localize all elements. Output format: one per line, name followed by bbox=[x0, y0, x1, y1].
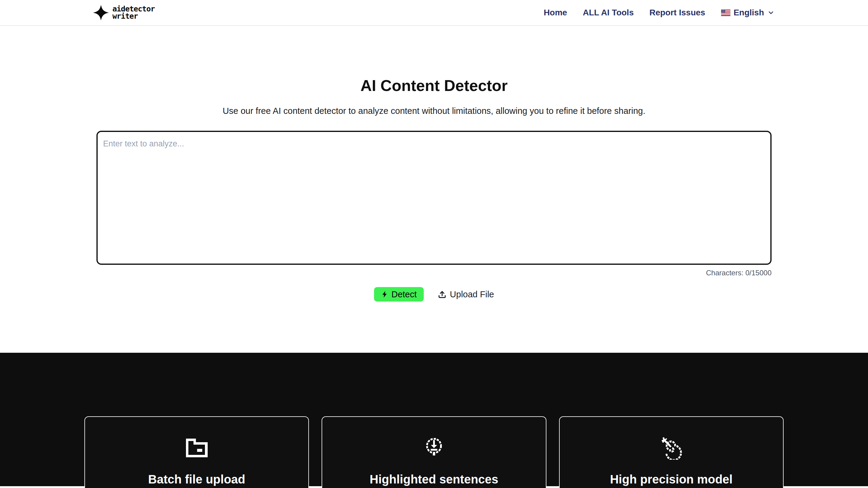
sparkle-star-icon bbox=[93, 5, 109, 21]
feature-card-title: Batch file upload bbox=[85, 472, 308, 486]
feature-card-highlighted-sentences: Highlighted sentences bbox=[321, 416, 546, 488]
feature-card-title: Highlighted sentences bbox=[322, 472, 546, 486]
logo-wordmark: aidetector writer bbox=[113, 5, 155, 20]
chevron-down-icon bbox=[767, 9, 775, 17]
page-title: AI Content Detector bbox=[96, 76, 772, 95]
language-label: English bbox=[734, 8, 764, 18]
feature-card-batch-upload: Batch file upload bbox=[84, 416, 309, 488]
target-dart-icon bbox=[560, 434, 783, 460]
main-nav: Home ALL AI Tools Report Issues bbox=[544, 8, 775, 18]
upload-icon bbox=[438, 290, 447, 299]
detect-button[interactable]: Detect bbox=[374, 287, 424, 301]
upload-button-label: Upload File bbox=[450, 290, 494, 299]
action-buttons-row: Detect Upload File bbox=[96, 287, 772, 301]
page-subtitle: Use our free AI content detector to anal… bbox=[96, 105, 772, 117]
logo[interactable]: aidetector writer bbox=[93, 5, 155, 21]
folder-icon bbox=[85, 434, 308, 460]
nav-item-home[interactable]: Home bbox=[544, 8, 567, 18]
hero-section: AI Content Detector Use our free AI cont… bbox=[96, 76, 772, 353]
language-selector[interactable]: English bbox=[721, 8, 775, 18]
text-analyze-input[interactable] bbox=[96, 131, 772, 265]
feature-cards-row: Batch file upload Highlighted sentences bbox=[84, 416, 784, 488]
nav-item-report-issues[interactable]: Report Issues bbox=[650, 8, 705, 18]
logo-line2: writer bbox=[113, 13, 155, 20]
feature-card-title: High precision model bbox=[560, 472, 783, 486]
features-section: Batch file upload Highlighted sentences bbox=[0, 353, 868, 486]
nav-item-all-ai-tools[interactable]: ALL AI Tools bbox=[583, 8, 634, 18]
top-navbar: aidetector writer Home ALL AI Tools Repo… bbox=[0, 0, 868, 26]
upload-file-button[interactable]: Upload File bbox=[438, 290, 494, 299]
us-flag-icon bbox=[721, 9, 731, 16]
feature-card-high-precision: High precision model bbox=[559, 416, 784, 488]
lightning-bolt-icon bbox=[381, 290, 389, 298]
highlighter-circle-icon bbox=[322, 434, 546, 460]
detect-button-label: Detect bbox=[392, 290, 417, 299]
character-counter: Characters: 0/15000 bbox=[96, 268, 772, 278]
